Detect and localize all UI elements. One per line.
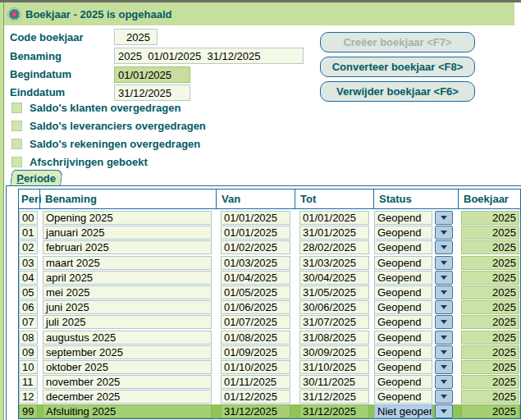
cell-benaming[interactable]: Opening 2025 [43, 211, 212, 225]
cell-van[interactable]: 01/09/2025 [221, 345, 290, 359]
cell-benaming[interactable]: Afsluiting 2025 [43, 404, 212, 418]
status-dropdown-button[interactable] [435, 211, 453, 225]
cell-peri[interactable]: 02 [19, 240, 38, 254]
cell-status[interactable]: Geopend [374, 240, 432, 254]
cell-status[interactable]: Geopend [374, 331, 432, 345]
cell-tot[interactable]: 31/03/2025 [299, 256, 369, 270]
cell-van[interactable]: 01/02/2025 [221, 240, 290, 254]
converteer-boekjaar-button[interactable]: Converteer boekjaar <F8> [320, 57, 475, 77]
cell-status[interactable]: Geopend [374, 285, 432, 299]
cell-status[interactable]: Geopend [374, 375, 432, 389]
cell-boekjaar[interactable]: 2025 [461, 285, 519, 299]
cell-tot[interactable]: 30/11/2025 [299, 375, 369, 389]
cell-tot[interactable]: 31/01/2025 [299, 226, 369, 240]
cell-status[interactable]: Geopend [374, 226, 432, 240]
cell-benaming[interactable]: april 2025 [43, 271, 212, 285]
status-dropdown-button[interactable] [435, 375, 453, 389]
cell-peri[interactable]: 99 [19, 404, 38, 418]
cell-tot[interactable]: 31/08/2025 [299, 331, 369, 345]
cell-peri[interactable]: 08 [19, 331, 38, 345]
cell-boekjaar[interactable]: 2025 [461, 300, 519, 314]
cell-status[interactable]: Geopend [374, 390, 432, 404]
cell-tot[interactable]: 31/12/2025 [299, 404, 369, 418]
saldos-rekeningen-checkbox[interactable] [11, 139, 22, 149]
cell-boekjaar[interactable]: 2025 [461, 226, 519, 240]
status-dropdown-button[interactable] [435, 404, 453, 418]
cell-van[interactable]: 01/07/2025 [221, 315, 290, 329]
cell-tot[interactable]: 28/02/2025 [299, 240, 369, 254]
cell-benaming[interactable]: september 2025 [43, 345, 212, 359]
cell-benaming[interactable]: mei 2025 [43, 285, 212, 299]
cell-peri[interactable]: 03 [19, 256, 38, 270]
cell-boekjaar[interactable]: 2025 [461, 271, 519, 285]
cell-van[interactable]: 01/03/2025 [221, 256, 290, 270]
status-dropdown-button[interactable] [435, 240, 453, 254]
status-dropdown-button[interactable] [435, 345, 453, 359]
cell-status[interactable]: Geopend [374, 360, 432, 374]
status-dropdown-button[interactable] [435, 300, 453, 314]
cell-tot[interactable]: 31/05/2025 [299, 285, 369, 299]
cell-status[interactable]: Geopend [374, 211, 432, 225]
afschrijvingen-checkbox[interactable] [11, 157, 22, 167]
cell-status[interactable]: Geopend [374, 300, 432, 314]
cell-tot[interactable]: 30/09/2025 [299, 345, 369, 359]
cell-benaming[interactable]: maart 2025 [43, 256, 212, 270]
cell-peri[interactable]: 06 [19, 300, 38, 314]
cell-tot[interactable]: 31/12/2025 [299, 390, 369, 404]
einddatum-field[interactable] [114, 84, 190, 101]
code-boekjaar-field[interactable] [114, 29, 158, 45]
cell-boekjaar[interactable]: 2025 [461, 331, 519, 345]
cell-tot[interactable]: 30/06/2025 [299, 300, 369, 314]
status-dropdown-button[interactable] [435, 271, 453, 285]
creeer-boekjaar-button[interactable]: Creëer boekjaar <F7> [320, 32, 475, 52]
cell-van[interactable]: 01/10/2025 [221, 360, 290, 374]
verwijder-boekjaar-button[interactable]: Verwijder boekjaar <F6> [320, 81, 475, 102]
cell-boekjaar[interactable]: 2025 [461, 345, 519, 359]
cell-van[interactable]: 01/04/2025 [221, 271, 290, 285]
cell-benaming[interactable]: februari 2025 [43, 240, 212, 254]
cell-peri[interactable]: 11 [19, 375, 38, 389]
cell-peri[interactable]: 07 [19, 315, 38, 329]
benaming-field[interactable] [114, 48, 304, 64]
status-dropdown-button[interactable] [435, 226, 453, 240]
cell-peri[interactable]: 05 [19, 285, 38, 299]
cell-peri[interactable]: 09 [19, 345, 38, 359]
cell-peri[interactable]: 04 [19, 271, 38, 285]
status-dropdown-button[interactable] [435, 390, 453, 404]
cell-benaming[interactable]: oktober 2025 [43, 360, 212, 374]
cell-van[interactable]: 01/12/2025 [221, 390, 290, 404]
status-dropdown-button[interactable] [435, 256, 453, 270]
cell-benaming[interactable]: juli 2025 [43, 315, 212, 329]
cell-benaming[interactable]: januari 2025 [43, 226, 212, 240]
status-dropdown-button[interactable] [435, 285, 453, 299]
cell-tot[interactable]: 01/01/2025 [299, 211, 369, 225]
cell-van[interactable]: 01/05/2025 [221, 285, 290, 299]
tab-periode[interactable]: Periode [10, 170, 63, 186]
cell-tot[interactable]: 31/10/2025 [299, 360, 369, 374]
saldos-leveranciers-checkbox[interactable] [11, 121, 22, 131]
cell-peri[interactable]: 00 [19, 211, 38, 225]
cell-boekjaar[interactable]: 2025 [461, 360, 519, 374]
cell-status[interactable]: Geopend [374, 256, 432, 270]
cell-status[interactable]: Geopend [374, 271, 432, 285]
cell-tot[interactable]: 31/07/2025 [299, 315, 369, 329]
cell-peri[interactable]: 10 [19, 360, 38, 374]
saldos-klanten-checkbox[interactable] [11, 103, 22, 113]
status-dropdown-button[interactable] [435, 331, 453, 345]
cell-boekjaar[interactable]: 2025 [461, 375, 519, 389]
cell-status[interactable]: Niet geopend [374, 404, 432, 418]
cell-boekjaar[interactable]: 2025 [461, 315, 519, 329]
cell-boekjaar[interactable]: 2025 [461, 240, 519, 254]
cell-peri[interactable]: 01 [19, 226, 38, 240]
status-dropdown-button[interactable] [435, 315, 453, 329]
cell-benaming[interactable]: augustus 2025 [43, 331, 212, 345]
cell-benaming[interactable]: november 2025 [43, 375, 212, 389]
cell-van[interactable]: 01/11/2025 [221, 375, 290, 389]
cell-van[interactable]: 01/06/2025 [221, 300, 290, 314]
cell-boekjaar[interactable]: 2025 [461, 404, 519, 418]
cell-boekjaar[interactable]: 2025 [461, 256, 519, 270]
cell-status[interactable]: Geopend [374, 345, 432, 359]
begindatum-field[interactable] [114, 66, 190, 83]
cell-boekjaar[interactable]: 2025 [461, 390, 519, 404]
cell-van[interactable]: 01/01/2025 [221, 226, 290, 240]
